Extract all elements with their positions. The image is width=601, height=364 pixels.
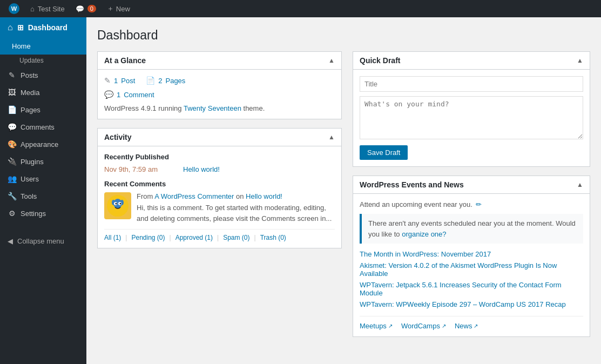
widgets-col-left: At a Glance ▲ ✎ 1 Post [97, 51, 342, 248]
events-news-toggle[interactable]: ▲ [577, 181, 583, 188]
activity-toggle[interactable]: ▲ [328, 133, 335, 141]
comment-all-link[interactable]: All (1) [104, 234, 121, 241]
sidebar-item-updates[interactable]: Updates [0, 55, 86, 66]
activity-date: Nov 9th, 7:59 am [104, 165, 174, 173]
sidebar-item-pages[interactable]: 📄 Pages [0, 101, 86, 118]
posts-icon: ✎ [8, 71, 16, 79]
layout: ⊞ Dashboard Home Updates ✎ Posts 🖼 Media… [0, 17, 601, 364]
comment-avatar [104, 192, 131, 219]
news-link-4[interactable]: WPTavern: WPWeekly Episode 297 – WordCam… [360, 300, 566, 308]
media-icon: 🖼 [8, 88, 16, 97]
sidebar-item-comments[interactable]: 💬 Comments [0, 118, 86, 136]
glance-theme-link[interactable]: Twenty Seventeen [184, 104, 241, 112]
site-home-icon: ⌂ [30, 5, 35, 13]
at-a-glance-toggle[interactable]: ▲ [328, 57, 335, 64]
activity-title: Activity [104, 133, 132, 141]
events-news-widget: WordPress Events and News ▲ Attend an up… [353, 176, 590, 337]
comments-menu-icon: 💬 [8, 123, 16, 131]
comment-text: Hi, this is a comment. To get started wi… [137, 203, 335, 224]
plus-icon: ＋ [107, 4, 114, 14]
page-title: Dashboard [97, 28, 590, 43]
glance-footer: WordPress 4.9.1 running Twenty Seventeen… [104, 104, 335, 112]
activity-widget: Activity ▲ Recently Published Nov 9th, 7… [97, 128, 342, 248]
sidebar-item-settings[interactable]: ⚙ Settings [0, 205, 86, 222]
events-news-header: WordPress Events and News ▲ [353, 176, 590, 194]
wp-logo-icon: W [9, 3, 19, 14]
comment-pending-link[interactable]: Pending (0) [131, 234, 165, 241]
comment-approved-link[interactable]: Approved (1) [175, 234, 213, 241]
news-link-3[interactable]: WPTavern: Jetpack 5.6.1 Increases Securi… [360, 281, 562, 297]
events-footer-links: Meetups ↗ WordCamps ↗ News ↗ [360, 316, 583, 330]
pages-icon: 📄 [8, 105, 16, 114]
quick-draft-content-input[interactable] [360, 96, 583, 139]
adminbar-site-name[interactable]: ⌂ Test Site [26, 0, 69, 17]
glance-stats: ✎ 1 Post 📄 2 Pages [104, 76, 335, 85]
glance-pages[interactable]: 📄 2 Pages [146, 76, 185, 85]
list-item: WPTavern: Jetpack 5.6.1 Increases Securi… [360, 281, 583, 297]
comment-trash-link[interactable]: Trash (0) [260, 234, 286, 241]
at-a-glance-content: ✎ 1 Post 📄 2 Pages [97, 70, 342, 119]
events-news-content: Attend an upcoming event near you. ✏ The… [353, 194, 590, 337]
sidebar-item-home[interactable]: Home [0, 38, 86, 55]
quick-draft-widget: Quick Draft ▲ Save Draft [353, 51, 590, 167]
comment-author-link[interactable]: A WordPress Commenter [154, 192, 234, 200]
sidebar-item-posts[interactable]: ✎ Posts [0, 66, 86, 84]
comment-post-link[interactable]: Hello world! [246, 192, 282, 200]
admin-bar: W ⌂ Test Site 💬 0 ＋ New [0, 0, 601, 17]
sidebar-item-users[interactable]: 👥 Users [0, 170, 86, 187]
sidebar-item-dashboard[interactable]: ⊞ Dashboard [0, 17, 86, 38]
widgets-col-right: Quick Draft ▲ Save Draft WordPress [353, 51, 590, 337]
collapse-icon: ◀ [8, 237, 13, 245]
sidebar-collapse[interactable]: ◀ Collapse menu [0, 233, 86, 250]
adminbar-wp-icon[interactable]: W [4, 0, 24, 17]
comment-body: From A WordPress Commenter on Hello worl… [137, 192, 335, 224]
wordcamps-link[interactable]: WordCamps ↗ [401, 322, 446, 330]
widgets-row: At a Glance ▲ ✎ 1 Post [97, 51, 590, 337]
comments-count-badge: 0 [87, 5, 96, 12]
list-item: Akismet: Version 4.0.2 of the Akismet Wo… [360, 261, 583, 278]
dashboard-icon: ⊞ [17, 23, 24, 32]
edit-location-icon[interactable]: ✏ [476, 200, 482, 208]
glance-comments[interactable]: 💬 1 Comment [104, 90, 335, 99]
meetups-link[interactable]: Meetups ↗ [360, 322, 393, 330]
sidebar-item-tools[interactable]: 🔧 Tools [0, 187, 86, 205]
quick-draft-header: Quick Draft ▲ [353, 51, 590, 70]
quick-draft-toggle[interactable]: ▲ [577, 57, 583, 64]
quick-draft-title-input[interactable] [360, 76, 583, 92]
events-attend: Attend an upcoming event near you. ✏ [360, 200, 583, 208]
external-icon: ↗ [474, 323, 478, 329]
external-icon: ↗ [442, 323, 446, 329]
page-icon: 📄 [146, 76, 155, 85]
quick-draft-title: Quick Draft [360, 56, 400, 65]
news-link-2[interactable]: Akismet: Version 4.0.2 of the Akismet Wo… [360, 261, 557, 278]
quick-draft-save-button[interactable]: Save Draft [360, 145, 408, 160]
news-link-1[interactable]: The Month in WordPress: November 2017 [360, 250, 491, 258]
sidebar-item-plugins[interactable]: 🔌 Plugins [0, 153, 86, 170]
glance-posts[interactable]: ✎ 1 Post [104, 76, 135, 85]
comment-spam-link[interactable]: Spam (0) [223, 234, 249, 241]
comment-author-line: From A WordPress Commenter on Hello worl… [137, 192, 335, 200]
news-list: The Month in WordPress: November 2017 Ak… [360, 250, 583, 308]
recent-comments-title: Recent Comments [104, 180, 335, 188]
plugins-icon: 🔌 [8, 157, 16, 166]
organize-link[interactable]: organize one? [402, 230, 446, 238]
svg-point-7 [120, 203, 121, 205]
sidebar-item-appearance[interactable]: 🎨 Appearance [0, 136, 86, 153]
users-icon: 👥 [8, 174, 16, 183]
events-news-title: WordPress Events and News [360, 180, 464, 189]
adminbar-new[interactable]: ＋ New [103, 0, 134, 17]
at-a-glance-title: At a Glance [104, 56, 146, 65]
comment-footer: All (1) | Pending (0) | Approved (1) | S… [104, 229, 335, 241]
list-item: WPTavern: WPWeekly Episode 297 – WordCam… [360, 300, 583, 308]
activity-row: Nov 9th, 7:59 am Hello world! [104, 165, 335, 173]
adminbar-comments[interactable]: 💬 0 [71, 0, 100, 17]
at-a-glance-widget: At a Glance ▲ ✎ 1 Post [97, 51, 342, 119]
main-content: Dashboard At a Glance ▲ ✎ [86, 17, 601, 364]
activity-post-link[interactable]: Hello world! [183, 165, 220, 173]
news-footer-link[interactable]: News ↗ [455, 322, 478, 330]
tools-icon: 🔧 [8, 192, 16, 200]
external-icon: ↗ [388, 323, 393, 329]
activity-content: Recently Published Nov 9th, 7:59 am Hell… [97, 146, 342, 248]
at-a-glance-header: At a Glance ▲ [97, 51, 342, 70]
sidebar-item-media[interactable]: 🖼 Media [0, 84, 86, 101]
